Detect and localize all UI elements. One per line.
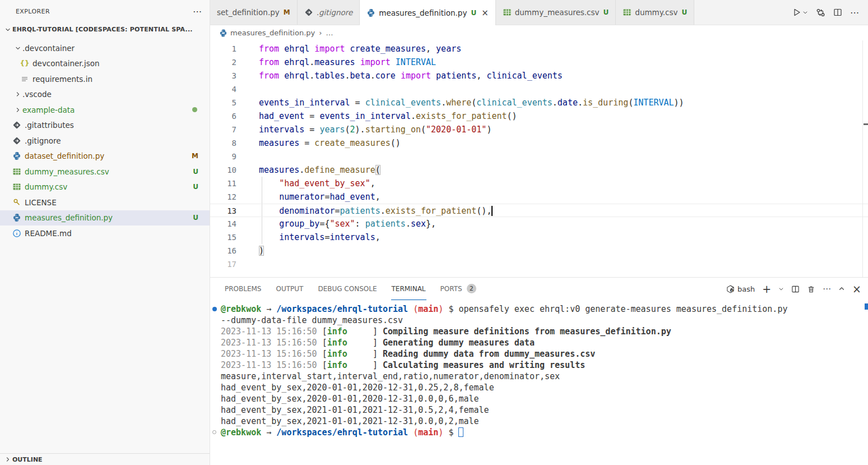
git-status-badge: U [193,183,198,191]
terminal-gutter [210,315,221,326]
tree-item-dataset-definition-py[interactable]: dataset_definition.pyM [0,149,210,164]
breadcrumb-file[interactable]: measures_definition.py [230,29,315,37]
chevron-right-icon [13,105,22,114]
tab-dummy-measures-csv[interactable]: dummy_measures.csvU [496,0,616,25]
panel-tab-terminal[interactable]: TERMINAL [391,278,426,300]
line-number: 8 [210,136,249,150]
code-line-4: 4 [210,82,868,96]
line-number: 5 [210,96,249,109]
editor-scrollbar[interactable] [862,40,868,277]
tree-item--gitignore[interactable]: .gitignore [0,133,210,149]
line-number: 2 [210,56,249,69]
command-decoration-idle [210,427,221,438]
sidebar-root-folder[interactable]: EHRQL-TUTORIAL [CODESPACES: POTENTIAL SP… [0,22,210,36]
terminal-line: had_event_by_sex,2021-01-01,2021-12-31,0… [210,404,860,416]
csv-file-icon [503,8,512,17]
code-line-5: 5events_in_interval = clinical_events.wh… [210,96,868,109]
split-terminal-button[interactable] [791,285,800,293]
tree-item-dummy-csv[interactable]: dummy.csvU [0,179,210,195]
panel-tab-output[interactable]: OUTPUT [276,278,304,300]
tree-item--devcontainer[interactable]: .devcontainer [0,40,210,56]
code-editor[interactable]: 1from ehrql import create_measures, year… [210,40,868,277]
key-file-icon [12,198,21,207]
editor-group: set_definition.pyM.gitignoremeasures_def… [210,0,868,465]
code-text: ) [249,244,264,257]
tab-bar: set_definition.pyM.gitignoremeasures_def… [210,0,868,25]
line-number: 12 [210,190,249,204]
tree-item-example-data[interactable]: example-data [0,102,210,118]
python-file-icon [12,151,21,160]
info-file-icon [12,229,21,238]
file-tree: .devcontainer{}devcontainer.jsonrequirem… [0,40,210,241]
close-tab-icon[interactable]: × [481,8,489,18]
outline-section-header[interactable]: OUTLINE [0,453,210,465]
tree-item--vscode[interactable]: .vscode [0,87,210,103]
terminal-output[interactable]: @rebkwok → /workspaces/ehrql-tutorial (m… [210,303,860,465]
terminal-dropdown-icon[interactable] [778,286,784,292]
file-label: devcontainer.json [33,59,99,68]
tab-git-status-badge: U [604,8,609,16]
terminal-line: had_event_by_sex,2020-01-01,2020-12-31,0… [210,393,860,404]
code-line-16: 16) [210,244,868,257]
editor-more-actions-icon[interactable]: ⋯ [850,7,859,18]
close-panel-icon[interactable]: × [852,283,861,295]
new-terminal-button[interactable]: + [762,283,771,295]
tree-item--gitattributes[interactable]: .gitattributes [0,118,210,133]
panel-tab-ports[interactable]: PORTS2 [440,278,477,300]
tree-item-requirements-in[interactable]: requirements.in [0,71,210,87]
code-line-8: 8measures = create_measures() [210,136,868,150]
line-number: 13 [210,204,249,217]
panel-header: PROBLEMSOUTPUTDEBUG CONSOLETERMINALPORTS… [210,278,868,300]
breadcrumb[interactable]: measures_definition.py › … [210,25,868,40]
panel-tab-label: TERMINAL [392,285,426,293]
kill-terminal-button[interactable] [807,285,815,293]
file-label: requirements.in [33,75,92,84]
run-python-file-button[interactable] [792,8,808,17]
tree-item-dummy-measures-csv[interactable]: dummy_measures.csvU [0,164,210,179]
terminal-line: 2023-11-13 15:16:50 [info ] Calculating … [210,360,860,371]
terminal-gutter [210,393,221,404]
open-changes-icon[interactable] [816,8,825,17]
breadcrumb-symbol-more[interactable]: … [326,29,333,37]
tab-set-definition-py[interactable]: set_definition.pyM [210,0,298,25]
terminal-line: had_event_by_sex,2021-01-01,2021-12-31,0… [210,416,860,427]
tab--gitignore[interactable]: .gitignore [298,0,360,25]
panel-more-actions-icon[interactable]: ⋯ [823,284,831,294]
code-text: had_event = events_in_interval.exists_fo… [249,109,517,123]
csv-file-icon [12,182,21,191]
panel-tab-debug-console[interactable]: DEBUG CONSOLE [317,278,377,300]
split-editor-button[interactable] [833,8,842,17]
outline-label: OUTLINE [12,456,43,463]
panel-tab-label: PROBLEMS [225,285,262,293]
vscode-window: EXPLORER ⋯ EHRQL-TUTORIAL [CODESPACES: P… [0,0,868,465]
tab-dummy-csv[interactable]: dummy.csvU [616,0,694,25]
code-line-13: 13 denominator=patients.exists_for_patie… [210,204,868,217]
terminal-line: measure,interval_start,interval_end,rati… [210,371,860,382]
terminal-command-decoration [865,303,868,310]
tab-git-status-badge: U [682,8,688,16]
tree-item-measures-definition-py[interactable]: measures_definition.pyU [0,210,210,226]
line-number: 14 [210,217,249,231]
maximize-panel-icon[interactable] [838,286,845,292]
file-label: .vscode [22,90,52,99]
explorer-header: EXPLORER ⋯ [0,0,210,22]
code-text: from ehrql.measures import INTERVAL [249,56,436,69]
terminal-line: @rebkwok → /workspaces/ehrql-tutorial (m… [210,303,860,315]
overview-ruler-cursor-mark [864,123,868,125]
editor-actions: ⋯ [792,0,868,25]
terminal-shell-selector[interactable]: $ bash [726,285,755,293]
code-text [249,257,259,271]
text-cursor [491,206,493,216]
panel-tab-problems[interactable]: PROBLEMS [224,278,262,300]
tree-item-readme-md[interactable]: README.md [0,225,210,241]
code-line-14: 14 group_by={"sex": patients.sex}, [210,217,868,231]
tab-measures-definition-py[interactable]: measures_definition.pyU× [360,0,495,25]
tree-item-license[interactable]: LICENSE [0,195,210,210]
chevron-down-icon [13,44,22,53]
code-line-9: 9 [210,150,868,163]
explorer-more-actions-icon[interactable]: ⋯ [193,6,202,17]
line-number: 16 [210,244,249,257]
terminal-gutter [210,416,221,427]
tree-item-devcontainer-json[interactable]: {}devcontainer.json [0,56,210,72]
code-line-1: 1from ehrql import create_measures, year… [210,42,868,56]
